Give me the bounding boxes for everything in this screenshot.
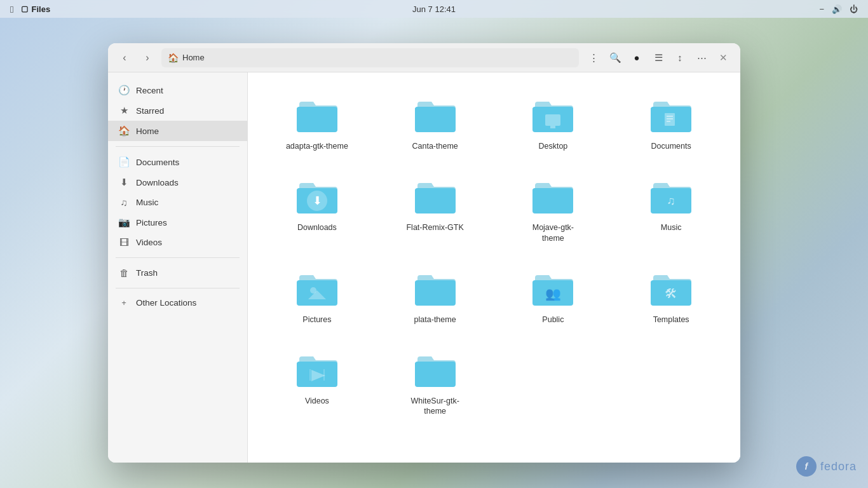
sidebar-item-pictures[interactable]: 📷 Pictures [108, 212, 247, 233]
file-item-pictures[interactable]: Pictures [261, 261, 374, 332]
folder-icon-adapta-gtk-theme [294, 95, 340, 136]
sidebar-label-pictures: Pictures [136, 218, 167, 227]
file-label-mojave-gtk-theme: Mojave-gtk-theme [521, 222, 585, 243]
app-name: Files [31, 4, 50, 14]
sidebar-label-music: Music [136, 198, 158, 207]
file-label-desktop: Desktop [538, 141, 567, 151]
sort-button[interactable]: ↕ [670, 48, 689, 67]
file-item-public[interactable]: 👥 Public [497, 261, 610, 332]
sidebar-item-home[interactable]: 🏠 Home [108, 121, 247, 141]
main-content: 🕐 Recent ★ Starred 🏠 Home 📄 Documents ⬇ … [108, 72, 740, 463]
sidebar-label-trash: Trash [136, 268, 158, 278]
file-item-videos[interactable]: Videos [261, 342, 374, 424]
sidebar-item-downloads[interactable]: ⬇ Downloads [108, 172, 247, 193]
music-icon: ♫ [118, 197, 130, 208]
svg-text:♫: ♫ [667, 194, 675, 207]
svg-rect-2 [665, 113, 675, 126]
folder-icon-documents [648, 95, 694, 136]
sidebar-item-videos[interactable]: 🎞 Videos [108, 233, 247, 252]
sidebar-label-downloads: Downloads [136, 178, 179, 187]
fedora-logo-icon: f [796, 456, 817, 477]
file-item-desktop[interactable]: Desktop [497, 88, 610, 159]
app-icon: ▢ [21, 4, 28, 13]
sidebar-label-home: Home [136, 126, 159, 136]
folder-icon-mojave-gtk-theme [530, 177, 576, 217]
file-item-downloads[interactable]: ⬇ Downloads [261, 169, 374, 251]
sidebar-label-recent: Recent [136, 86, 163, 95]
sidebar-item-recent[interactable]: 🕐 Recent [108, 80, 247, 100]
file-label-public: Public [542, 315, 564, 325]
titlebar-actions: ⋮ 🔍 ● ☰ ↕ ⋯ ✕ [584, 48, 733, 67]
sidebar-item-other-locations[interactable]: + Other Locations [108, 294, 247, 312]
fedora-watermark: f fedora [796, 456, 857, 477]
sidebar-divider-2 [116, 257, 240, 258]
file-label-canta-theme: Canta-theme [412, 141, 458, 151]
sidebar-item-music[interactable]: ♫ Music [108, 193, 247, 212]
file-item-flat-remix-gtk[interactable]: Flat-Remix-GTK [379, 169, 492, 251]
file-label-whitesur-gtk-theme: WhiteSur-gtk- theme [403, 396, 467, 417]
folder-icon-public: 👥 [530, 269, 576, 309]
path-label: Home [182, 53, 205, 62]
fedora-label: fedora [820, 460, 857, 473]
svg-text:👥: 👥 [545, 286, 561, 301]
sidebar-label-other-locations: Other Locations [136, 298, 196, 308]
menu-button[interactable]: ⋮ [584, 48, 603, 67]
svg-rect-1 [550, 126, 555, 128]
sidebar-item-documents[interactable]: 📄 Documents [108, 152, 247, 172]
file-label-adapta-gtk-theme: adapta-gtk-theme [286, 141, 348, 151]
more-button[interactable]: ⋯ [692, 48, 711, 67]
file-label-pictures: Pictures [302, 315, 331, 325]
file-label-music: Music [661, 222, 682, 233]
sidebar-divider-3 [116, 288, 240, 288]
svg-rect-15 [323, 369, 325, 381]
folder-icon-canta-theme [412, 95, 458, 136]
file-item-documents[interactable]: Documents [614, 88, 728, 159]
file-item-mojave-gtk-theme[interactable]: Mojave-gtk-theme [497, 169, 610, 251]
apple-logo-icon[interactable]:  [10, 4, 13, 15]
file-item-canta-theme[interactable]: Canta-theme [379, 88, 492, 159]
speaker-icon[interactable]: 🔊 [832, 4, 842, 14]
folder-icon-pictures [294, 269, 340, 309]
file-area: adapta-gtk-theme Canta-theme Desktop Doc… [248, 72, 740, 463]
folder-icon-downloads: ⬇ [294, 177, 340, 217]
recent-icon: 🕐 [118, 85, 130, 96]
topbar-datetime: Jun 7 12:41 [412, 4, 456, 14]
forward-button[interactable]: › [139, 49, 156, 67]
power-icon[interactable]: ⏻ [850, 4, 858, 14]
file-item-whitesur-gtk-theme[interactable]: WhiteSur-gtk- theme [379, 342, 492, 424]
folder-icon-plata-theme [412, 269, 458, 309]
titlebar: ‹ › 🏠 Home ⋮ 🔍 ● ☰ ↕ ⋯ ✕ [108, 43, 740, 72]
sidebar-label-documents: Documents [136, 158, 179, 167]
file-label-documents: Documents [651, 141, 691, 151]
documents-icon: 📄 [118, 156, 130, 168]
file-item-music[interactable]: ♫ Music [614, 169, 728, 251]
file-label-videos: Videos [305, 396, 329, 406]
topbar-app: ▢ Files [21, 4, 50, 14]
list-view-button[interactable]: ☰ [649, 48, 668, 67]
file-item-templates[interactable]: 🛠 Templates [614, 261, 728, 332]
videos-icon: 🎞 [118, 237, 130, 248]
folder-icon-flat-remix-gtk [412, 177, 458, 217]
file-manager-window: ‹ › 🏠 Home ⋮ 🔍 ● ☰ ↕ ⋯ ✕ 🕐 Recent ★ Star… [108, 43, 740, 463]
sidebar-label-videos: Videos [136, 238, 162, 247]
pictures-icon: 📷 [118, 217, 130, 228]
minimize-icon[interactable]: − [819, 4, 824, 14]
path-bar[interactable]: 🏠 Home [161, 48, 579, 67]
home-path-icon: 🏠 [168, 53, 179, 63]
svg-rect-14 [309, 369, 311, 381]
folder-icon-music: ♫ [648, 177, 694, 217]
file-item-plata-theme[interactable]: plata-theme [379, 261, 492, 332]
folder-icon-whitesur-gtk-theme [412, 350, 458, 391]
sidebar-item-trash[interactable]: 🗑 Trash [108, 263, 247, 283]
folder-icon-videos [294, 350, 340, 391]
starred-icon: ★ [118, 105, 130, 116]
file-item-adapta-gtk-theme[interactable]: adapta-gtk-theme [261, 88, 374, 159]
sidebar-label-starred: Starred [136, 106, 164, 116]
view-toggle-button[interactable]: ● [627, 48, 646, 67]
topbar-right: − 🔊 ⏻ [819, 4, 858, 14]
search-button[interactable]: 🔍 [606, 48, 625, 67]
close-button[interactable]: ✕ [714, 48, 733, 67]
back-button[interactable]: ‹ [116, 49, 133, 67]
sidebar-item-starred[interactable]: ★ Starred [108, 100, 247, 121]
sidebar-divider-1 [116, 146, 240, 147]
